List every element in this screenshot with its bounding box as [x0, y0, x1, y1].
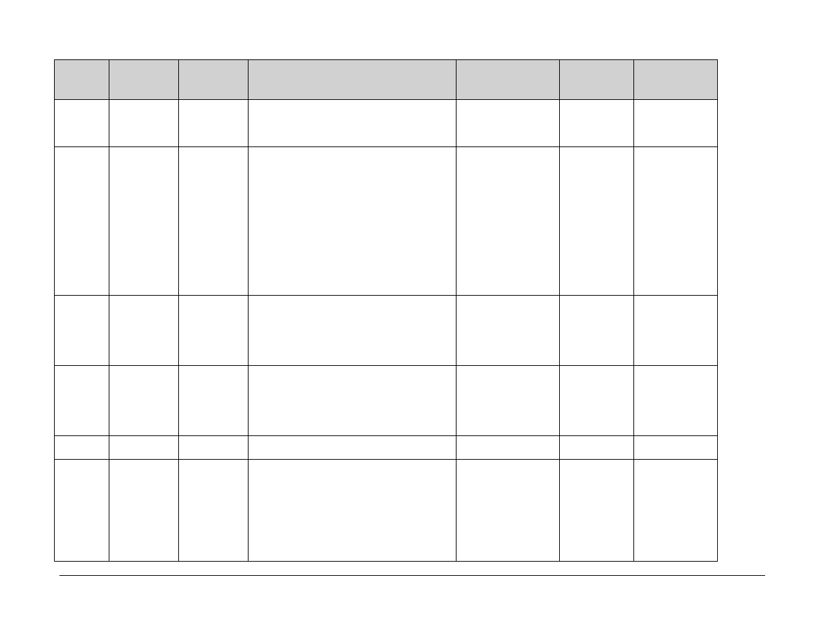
- table-cell: [634, 147, 718, 296]
- table-cell: [178, 366, 248, 436]
- table-cell: [248, 460, 457, 562]
- table-cell: [457, 100, 560, 147]
- footer-divider: [59, 575, 765, 576]
- table-cell: [457, 366, 560, 436]
- table-cell: [457, 460, 560, 562]
- data-table: [54, 59, 718, 562]
- table-cell: [248, 147, 457, 296]
- table-cell: [178, 296, 248, 366]
- table-cell: [560, 366, 634, 436]
- table-row: [55, 147, 718, 296]
- table-row: [55, 460, 718, 562]
- table-cell: [109, 460, 178, 562]
- table-cell: [457, 436, 560, 460]
- table-cell: [55, 296, 109, 366]
- table-row: [55, 366, 718, 436]
- table-header-cell: [109, 60, 178, 100]
- table-cell: [457, 147, 560, 296]
- table-cell: [109, 147, 178, 296]
- table-cell: [109, 366, 178, 436]
- table-cell: [560, 460, 634, 562]
- table-cell: [55, 147, 109, 296]
- table-cell: [55, 100, 109, 147]
- table-cell: [178, 460, 248, 562]
- table-cell: [560, 100, 634, 147]
- table-header-cell: [55, 60, 109, 100]
- table-row: [55, 100, 718, 147]
- page: [0, 0, 834, 644]
- table-cell: [634, 100, 718, 147]
- table-cell: [248, 366, 457, 436]
- table-cell: [178, 436, 248, 460]
- table-header-cell: [178, 60, 248, 100]
- table-header-cell: [248, 60, 457, 100]
- table-cell: [634, 296, 718, 366]
- table-cell: [634, 460, 718, 562]
- table-cell: [55, 436, 109, 460]
- table-header-cell: [560, 60, 634, 100]
- table-cell: [178, 100, 248, 147]
- table-cell: [560, 436, 634, 460]
- table-cell: [109, 100, 178, 147]
- table-cell: [634, 366, 718, 436]
- table-row: [55, 296, 718, 366]
- table-row: [55, 436, 718, 460]
- table-cell: [248, 436, 457, 460]
- table-cell: [55, 460, 109, 562]
- table-cell: [560, 296, 634, 366]
- table-cell: [178, 147, 248, 296]
- table-cell: [55, 366, 109, 436]
- table-cell: [109, 296, 178, 366]
- table-header-cell: [634, 60, 718, 100]
- table-cell: [457, 296, 560, 366]
- table-cell: [560, 147, 634, 296]
- table-cell: [248, 100, 457, 147]
- table-header-row: [55, 60, 718, 100]
- table-cell: [109, 436, 178, 460]
- table-header-cell: [457, 60, 560, 100]
- table-cell: [248, 296, 457, 366]
- table-cell: [634, 436, 718, 460]
